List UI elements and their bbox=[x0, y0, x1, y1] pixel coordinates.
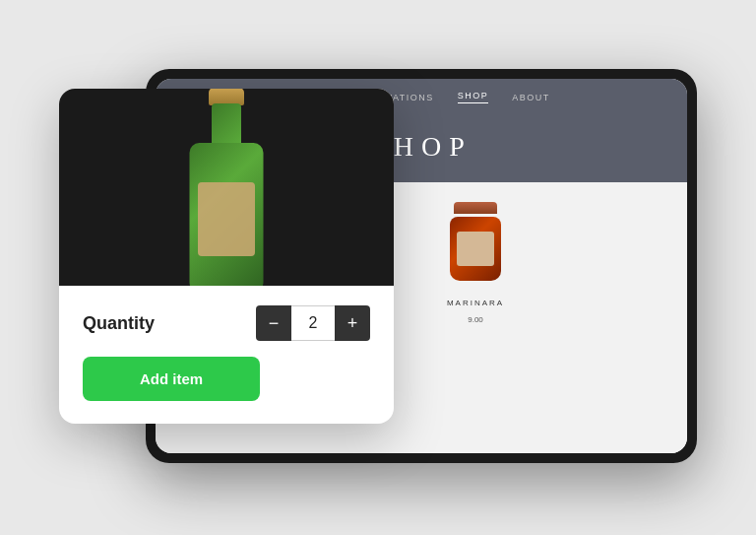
quantity-control: − 2 + bbox=[256, 305, 370, 341]
bottle-label bbox=[198, 182, 255, 256]
mobile-product-image bbox=[59, 89, 394, 286]
mobile-bottom-panel: Quantity − 2 + Add item bbox=[59, 286, 394, 424]
mobile-product-card: Quantity − 2 + Add item bbox=[59, 89, 394, 424]
product-marinara[interactable]: MARINARA 9.00 bbox=[441, 202, 510, 434]
add-item-button[interactable]: Add item bbox=[83, 357, 260, 401]
nav-about[interactable]: ABOUT bbox=[512, 93, 550, 102]
quantity-row: Quantity − 2 + bbox=[83, 305, 370, 341]
quantity-value: 2 bbox=[291, 305, 335, 341]
nav-shop[interactable]: SHOP bbox=[458, 91, 489, 103]
jar-lid-marinara bbox=[454, 202, 497, 214]
marinara-name: MARINARA bbox=[447, 299, 504, 307]
bottle-large bbox=[182, 99, 271, 286]
marinara-image bbox=[441, 202, 510, 291]
increment-button[interactable]: + bbox=[335, 305, 370, 341]
jar-label-marinara bbox=[457, 232, 494, 266]
marinara-price: 9.00 bbox=[468, 315, 483, 324]
scene: MENU RESERVATIONS SHOP ABOUT SHOP bbox=[0, 0, 756, 535]
quantity-label: Quantity bbox=[83, 313, 236, 334]
decrement-button[interactable]: − bbox=[256, 305, 291, 341]
bottle-neck bbox=[212, 103, 241, 143]
